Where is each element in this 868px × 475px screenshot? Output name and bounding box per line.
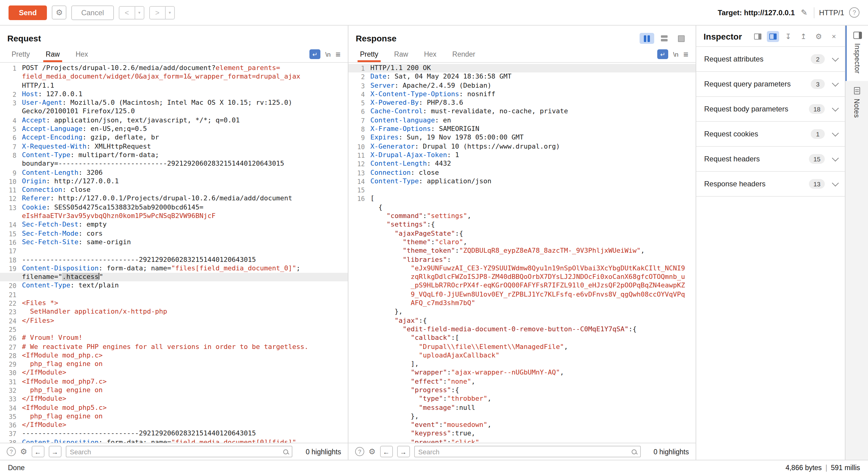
code-line[interactable]: zqRlkgDdlcFWZoISJP8-ZM40dBBQoOrbX7DYsLJ2… xyxy=(348,273,695,282)
search-help-icon[interactable]: ? xyxy=(355,447,364,456)
code-line[interactable]: "eJx9UNFuwzAI_CE3-YZ9SUUIWdmw8Qyu1n19nSp… xyxy=(348,264,695,273)
code-line[interactable]: "effect":"none", xyxy=(348,377,695,386)
code-line[interactable]: }, xyxy=(348,308,695,317)
code-line[interactable]: "type":"throbber", xyxy=(348,395,695,404)
layout-rows-button[interactable] xyxy=(657,33,671,44)
edit-target-button[interactable]: ✎ xyxy=(800,8,809,17)
http-version-selector[interactable]: HTTP/1 xyxy=(819,8,844,17)
history-forward-button[interactable]: > xyxy=(149,6,165,19)
soft-wrap-toggle[interactable]: ↵ xyxy=(657,49,668,59)
code-line[interactable]: 15 xyxy=(348,186,695,195)
code-line[interactable]: 4X-Content-Type-Options: nosniff xyxy=(348,90,695,99)
request-tab-raw[interactable]: Raw xyxy=(38,46,68,62)
code-line[interactable]: 27# We reactivate PHP engines for all ve… xyxy=(0,343,348,351)
code-line[interactable]: 7X-Requested-With: XMLHttpRequest xyxy=(0,142,348,151)
code-line[interactable]: 16Sec-Fetch-Site: same-origin xyxy=(0,238,348,247)
code-line[interactable]: { xyxy=(348,203,695,212)
expand-all-button[interactable]: ↧ xyxy=(782,31,794,42)
request-search-input[interactable] xyxy=(70,448,283,455)
code-line[interactable]: 22<Files *> xyxy=(0,299,348,308)
code-line[interactable]: "command":"settings", xyxy=(348,212,695,221)
code-line[interactable]: 21 xyxy=(0,290,348,299)
code-line[interactable]: 9Expires: Sun, 19 Nov 1978 05:00:00 GMT xyxy=(348,134,695,142)
code-line[interactable]: 33</IfModule> xyxy=(0,395,348,404)
code-line[interactable]: "prevent":"click", xyxy=(348,439,695,443)
search-prev-button[interactable]: ← xyxy=(31,446,44,457)
code-line[interactable]: 4Accept: application/json, text/javascri… xyxy=(0,116,348,125)
code-line[interactable]: 23 SetHandler application/x-httpd-php xyxy=(0,308,348,317)
soft-wrap-toggle[interactable]: ↵ xyxy=(309,49,320,59)
code-line[interactable]: "callback":[ xyxy=(348,334,695,343)
code-line[interactable]: 1HTTP/1.1 200 OK xyxy=(348,64,695,73)
code-line[interactable]: 2Host: 127.0.0.1 xyxy=(0,90,348,99)
code-line[interactable]: 3Server: Apache/2.4.59 (Debian) xyxy=(348,81,695,90)
code-line[interactable]: 13Cookie: SESS05d4275ca1538832b5ab92000b… xyxy=(0,203,348,212)
editor-menu-icon[interactable]: ≡ xyxy=(683,50,688,59)
code-line[interactable]: 11Connection: close xyxy=(0,186,348,195)
send-options-button[interactable]: ⚙ xyxy=(52,5,67,20)
show-newlines-toggle[interactable]: \n xyxy=(325,51,331,58)
code-line[interactable]: 30</IfModule> xyxy=(0,369,348,378)
code-line[interactable]: 2Date: Sat, 04 May 2024 18:36:58 GMT xyxy=(348,73,695,82)
code-line[interactable]: 25 xyxy=(0,325,348,334)
code-line[interactable]: 38Content-Disposition: form-data; name="… xyxy=(0,439,348,443)
code-line[interactable]: 6Accept-Encoding: gzip, deflate, br xyxy=(0,134,348,142)
section-request-body-parameters[interactable]: Request body parameters 18 xyxy=(696,97,845,122)
code-line[interactable]: 12Content-Length: 4432 xyxy=(348,160,695,169)
code-line[interactable]: 14Content-Type: application/json xyxy=(348,177,695,186)
show-newlines-toggle[interactable]: \n xyxy=(673,51,679,58)
code-line[interactable]: 26# Vroum! Vroum! xyxy=(0,334,348,343)
inspector-close-button[interactable]: × xyxy=(828,31,840,42)
code-line[interactable]: 11X-Drupal-Ajax-Token: 1 xyxy=(348,151,695,160)
code-line[interactable]: 34<IfModule mod_php5.c> xyxy=(0,404,348,412)
code-line[interactable]: "wrapper":"ajax-wrapper--nUGbUMnY-AQ", xyxy=(348,369,695,378)
code-line[interactable]: 19Content-Disposition: form-data; name="… xyxy=(0,264,348,273)
search-settings-icon[interactable]: ⚙ xyxy=(369,447,375,456)
code-line[interactable]: 37-----------------------------292129206… xyxy=(0,430,348,439)
response-tab-pretty[interactable]: Pretty xyxy=(352,46,386,62)
code-line[interactable]: boundary=---------------------------2921… xyxy=(0,160,348,169)
code-line[interactable]: 29 php_flag engine on xyxy=(0,360,348,369)
code-line[interactable]: "theme_token":"ZQDBULqR8_eypZ8eA78_8azcT… xyxy=(348,247,695,255)
editor-menu-icon[interactable]: ≡ xyxy=(336,50,341,59)
code-line[interactable]: 15Sec-Fetch-Mode: cors xyxy=(0,229,348,238)
code-line[interactable]: 17 xyxy=(0,247,348,255)
code-line[interactable]: "Drupal\\file\\Element\\ManagedFile", xyxy=(348,343,695,351)
code-line[interactable]: eIsHfaaETVr3av95yvbqQhzn0kom1P5wPcNSqB2V… xyxy=(0,212,348,221)
response-tab-render[interactable]: Render xyxy=(444,46,483,62)
code-line[interactable]: 8X-Frame-Options: SAMEORIGIN xyxy=(348,125,695,134)
code-line[interactable]: 14Sec-Fetch-Dest: empty xyxy=(0,221,348,230)
code-line[interactable]: 9Content-Length: 3206 xyxy=(0,168,348,177)
code-line[interactable]: 7Content-language: en xyxy=(348,116,695,125)
collapse-all-button[interactable]: ↥ xyxy=(797,31,809,42)
request-tab-hex[interactable]: Hex xyxy=(68,46,96,62)
section-request-query-parameters[interactable]: Request query parameters 3 xyxy=(696,72,845,97)
request-editor[interactable]: 1POST /Projects/drupal-10.2.6/media/add/… xyxy=(0,63,348,443)
section-request-headers[interactable]: Request headers 15 xyxy=(696,147,845,172)
code-line[interactable]: 28<IfModule mod_php.c> xyxy=(0,351,348,360)
code-line[interactable]: AFQ_c7md3shm7bQ" xyxy=(348,299,695,308)
code-line[interactable]: "settings":{ xyxy=(348,221,695,230)
sidebar-tab-notes[interactable]: Notes xyxy=(845,81,868,125)
help-icon[interactable]: ? xyxy=(849,7,860,18)
inspector-settings-button[interactable]: ⚙ xyxy=(812,31,825,42)
code-line[interactable]: filename=".htaccess" xyxy=(0,273,348,282)
cancel-button[interactable]: Cancel xyxy=(71,5,114,20)
search-settings-icon[interactable]: ⚙ xyxy=(20,447,27,456)
inspector-dock-right-button[interactable] xyxy=(767,31,779,42)
section-request-cookies[interactable]: Request cookies 1 xyxy=(696,122,845,147)
response-search-input[interactable] xyxy=(418,448,631,455)
code-line[interactable]: _pS9HLbR7ROcrPX4f-eqKGrOQ00FAFYFsR7IFZL9… xyxy=(348,282,695,290)
sidebar-tab-inspector[interactable]: Inspector xyxy=(845,26,868,81)
code-line[interactable]: 6Cache-Control: must-revalidate, no-cach… xyxy=(348,107,695,116)
code-line[interactable]: 3User-Agent: Mozilla/5.0 (Macintosh; Int… xyxy=(0,99,348,107)
history-forward-dropdown[interactable]: ▾ xyxy=(165,6,175,19)
code-line[interactable]: 9_VQqLf0-JjUEwn8U1ov0EY_rZPBLJ1Yc7KLFsfq… xyxy=(348,290,695,299)
code-line[interactable]: "theme":"claro", xyxy=(348,238,695,247)
search-next-button[interactable]: → xyxy=(397,446,410,457)
code-line[interactable]: ], xyxy=(348,360,695,369)
code-line[interactable]: "message":null xyxy=(348,404,695,412)
code-line[interactable]: 10X-Generator: Drupal 10 (https://www.dr… xyxy=(348,142,695,151)
layout-single-button[interactable] xyxy=(674,33,688,44)
search-prev-button[interactable]: ← xyxy=(380,446,393,457)
